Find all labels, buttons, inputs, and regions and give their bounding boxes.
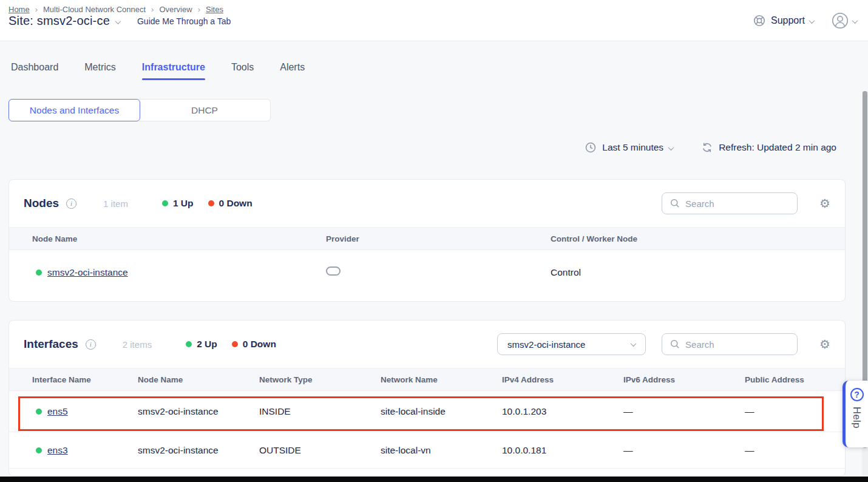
oracle-cloud-provider-icon bbox=[326, 266, 341, 276]
column-ipv4[interactable]: IPv4 Address bbox=[502, 375, 623, 384]
column-node-name[interactable]: Node Name bbox=[138, 375, 259, 384]
cell-ipv4: 10.0.1.203 bbox=[502, 406, 623, 417]
interface-name-link[interactable]: ens5 bbox=[47, 406, 68, 417]
refresh-status: Refresh: Updated 2 min ago bbox=[719, 142, 836, 153]
node-name-link[interactable]: smsv2-oci-instance bbox=[47, 267, 128, 278]
help-label: Help bbox=[851, 407, 863, 429]
cell-ipv6: — bbox=[623, 445, 745, 456]
info-icon[interactable]: i bbox=[86, 339, 96, 350]
support-menu[interactable]: Support bbox=[753, 14, 814, 27]
nodes-table-header: Node Name Provider Control / Worker Node bbox=[9, 227, 845, 250]
help-tab[interactable]: ? Help bbox=[843, 381, 868, 447]
time-range-value: Last 5 minutes bbox=[602, 142, 663, 153]
breadcrumb-separator: › bbox=[151, 5, 154, 14]
interfaces-search-box bbox=[662, 333, 798, 355]
column-provider[interactable]: Provider bbox=[326, 234, 551, 243]
tab-navigation: Dashboard Metrics Infrastructure Tools A… bbox=[11, 62, 305, 80]
nodes-search-input[interactable] bbox=[685, 199, 790, 209]
tab-dashboard[interactable]: Dashboard bbox=[11, 62, 58, 80]
nodes-up-count: 1 Up bbox=[162, 198, 194, 209]
nodes-panel-title: Nodes bbox=[24, 197, 59, 210]
clock-icon bbox=[585, 141, 597, 154]
info-icon[interactable]: i bbox=[66, 199, 76, 209]
cell-network-name: site-local-vn bbox=[381, 445, 502, 456]
cell-public-address: — bbox=[745, 445, 845, 456]
site-switcher-chevron-icon[interactable] bbox=[116, 16, 120, 27]
cell-network-type: OUTSIDE bbox=[259, 445, 381, 456]
interfaces-search-input[interactable] bbox=[685, 339, 790, 350]
column-network-type[interactable]: Network Type bbox=[259, 375, 381, 384]
column-interface-name[interactable]: Interface Name bbox=[32, 375, 138, 384]
nodes-item-count: 1 item bbox=[103, 199, 128, 209]
search-icon bbox=[670, 198, 680, 209]
guide-me-link[interactable]: Guide Me Through a Tab bbox=[137, 16, 231, 26]
chevron-down-icon bbox=[853, 15, 857, 26]
cell-public-address: — bbox=[745, 406, 845, 417]
search-icon bbox=[670, 339, 680, 350]
gear-icon[interactable]: ⚙ bbox=[819, 197, 830, 209]
interfaces-table-header: Interface Name Node Name Network Type Ne… bbox=[9, 368, 845, 391]
page-title: Site: smsv2-oci-ce bbox=[8, 14, 110, 28]
table-row: ens3 smsv2-oci-instance OUTSIDE site-loc… bbox=[9, 432, 845, 468]
interfaces-panel-title: Interfaces bbox=[24, 338, 78, 351]
table-row: ens5 smsv2-oci-instance INSIDE site-loca… bbox=[9, 391, 845, 432]
breadcrumb-separator: › bbox=[198, 5, 200, 14]
divider bbox=[9, 468, 845, 469]
node-selector-dropdown[interactable]: smsv2-oci-instance bbox=[497, 333, 646, 355]
subtab-group: Nodes and Interfaces DHCP bbox=[8, 99, 271, 121]
gear-icon[interactable]: ⚙ bbox=[819, 338, 830, 350]
column-control-worker[interactable]: Control / Worker Node bbox=[551, 234, 845, 243]
window-edge bbox=[0, 477, 868, 482]
column-node-name[interactable]: Node Name bbox=[32, 234, 326, 243]
chevron-down-icon bbox=[631, 341, 637, 347]
cell-ipv4: 10.0.0.181 bbox=[502, 445, 623, 456]
up-status-dot bbox=[186, 341, 192, 347]
lifebuoy-icon bbox=[753, 14, 766, 27]
down-status-dot bbox=[208, 200, 214, 206]
interface-status-dot bbox=[36, 409, 42, 415]
breadcrumb: Home › Multi-Cloud Network Connect › Ove… bbox=[8, 5, 223, 14]
nodes-search-box bbox=[662, 192, 798, 214]
cell-network-name: site-local-inside bbox=[381, 406, 502, 417]
up-status-dot bbox=[162, 200, 168, 206]
refresh-control[interactable]: Refresh: Updated 2 min ago bbox=[701, 141, 836, 154]
breadcrumb-mcn[interactable]: Multi-Cloud Network Connect bbox=[43, 5, 146, 14]
user-menu[interactable] bbox=[831, 12, 857, 30]
down-status-dot bbox=[232, 341, 238, 347]
breadcrumb-home[interactable]: Home bbox=[8, 5, 30, 14]
chevron-down-icon bbox=[810, 15, 814, 26]
time-toolbar: Last 5 minutes Refresh: Updated 2 min ag… bbox=[585, 141, 836, 154]
tab-infrastructure[interactable]: Infrastructure bbox=[142, 62, 205, 80]
breadcrumb-overview[interactable]: Overview bbox=[159, 5, 192, 14]
cell-ipv6: — bbox=[623, 406, 745, 417]
node-selector-value: smsv2-oci-instance bbox=[507, 339, 585, 350]
interface-name-link[interactable]: ens3 bbox=[47, 445, 68, 456]
tab-alerts[interactable]: Alerts bbox=[280, 62, 305, 80]
subtab-dhcp[interactable]: DHCP bbox=[139, 99, 271, 121]
node-role: Control bbox=[551, 267, 845, 278]
cell-network-type: INSIDE bbox=[259, 406, 381, 417]
refresh-icon bbox=[701, 141, 713, 154]
tab-tools[interactable]: Tools bbox=[231, 62, 254, 80]
cell-node: smsv2-oci-instance bbox=[138, 445, 259, 456]
nodes-down-count: 0 Down bbox=[208, 198, 253, 209]
column-network-name[interactable]: Network Name bbox=[381, 375, 502, 384]
interfaces-item-count: 2 items bbox=[123, 339, 152, 350]
nodes-panel: Nodes i 1 item 1 Up 0 Down ⚙ Node Name P… bbox=[8, 179, 846, 302]
time-range-selector[interactable]: Last 5 minutes bbox=[585, 141, 673, 154]
breadcrumb-sites[interactable]: Sites bbox=[206, 5, 223, 14]
subtab-nodes-and-interfaces[interactable]: Nodes and Interfaces bbox=[8, 99, 140, 121]
app-header: Home › Multi-Cloud Network Connect › Ove… bbox=[0, 0, 868, 41]
interfaces-down-count: 0 Down bbox=[232, 339, 276, 350]
interfaces-panel: Interfaces i 2 items 2 Up 0 Down smsv2-o… bbox=[8, 320, 846, 477]
chevron-down-icon bbox=[669, 142, 673, 153]
support-label: Support bbox=[771, 15, 805, 26]
table-row: smsv2-oci-instance Control bbox=[9, 250, 845, 294]
column-ipv6[interactable]: IPv6 Address bbox=[623, 375, 745, 384]
user-avatar-icon bbox=[831, 12, 849, 30]
tab-metrics[interactable]: Metrics bbox=[84, 62, 116, 80]
interface-status-dot bbox=[36, 447, 42, 453]
node-status-dot bbox=[36, 270, 42, 276]
interfaces-up-count: 2 Up bbox=[186, 339, 217, 350]
column-public-address[interactable]: Public Address bbox=[745, 375, 845, 384]
